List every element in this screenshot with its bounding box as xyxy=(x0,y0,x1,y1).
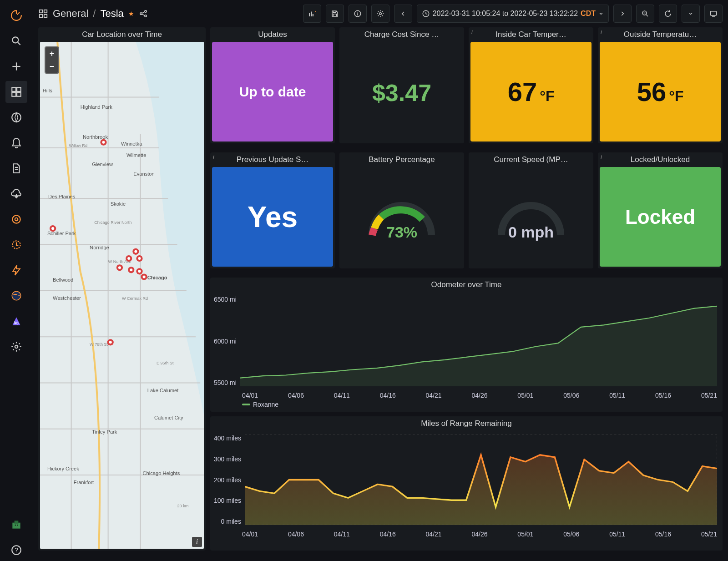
svg-rect-21 xyxy=(40,10,42,13)
svg-text:Frankfort: Frankfort xyxy=(74,480,94,485)
time-back-button[interactable] xyxy=(394,5,412,23)
refresh-button[interactable] xyxy=(659,5,677,23)
refresh-interval-button[interactable] xyxy=(682,5,700,23)
tv-mode-button[interactable] xyxy=(704,5,723,23)
breadcrumb-folder[interactable]: General xyxy=(53,8,88,20)
explore-icon[interactable] xyxy=(5,106,27,128)
chevron-down-icon xyxy=(598,11,604,16)
panel-speed[interactable]: Current Speed (MP… 0 mph xyxy=(469,152,593,268)
cloud-icon[interactable] xyxy=(5,183,27,205)
info-icon[interactable]: i xyxy=(213,154,214,161)
breadcrumb[interactable]: General / Tesla xyxy=(53,8,124,20)
svg-rect-4 xyxy=(12,87,16,91)
logo[interactable] xyxy=(5,5,27,26)
save-button[interactable] xyxy=(326,5,344,23)
panel-charge-cost[interactable]: Charge Cost Since … $3.47 xyxy=(339,27,464,143)
svg-text:Winnetka: Winnetka xyxy=(121,141,142,147)
dashboard-list-icon[interactable] xyxy=(38,9,48,19)
info-icon[interactable]: i xyxy=(601,29,602,35)
svg-text:Evanston: Evanston xyxy=(133,171,154,177)
create-icon[interactable] xyxy=(5,56,27,77)
svg-text:Northbrook: Northbrook xyxy=(83,134,108,140)
panel-outside-temp[interactable]: i Outside Temperatu… 56°F xyxy=(598,27,723,143)
panel-locked[interactable]: i Locked/Unlocked Locked xyxy=(598,152,723,268)
add-panel-button[interactable]: + xyxy=(303,5,321,23)
svg-text:Bellwood: Bellwood xyxy=(53,277,73,283)
svg-text:Hickory Creek: Hickory Creek xyxy=(47,466,79,471)
star-icon[interactable]: ★ xyxy=(128,10,134,17)
svg-rect-31 xyxy=(311,12,312,17)
k6-icon[interactable]: k6 xyxy=(5,310,27,332)
map-viewport[interactable]: + − xyxy=(40,42,204,549)
dashboards-icon[interactable] xyxy=(5,81,27,103)
svg-rect-7 xyxy=(17,92,21,96)
svg-rect-18 xyxy=(17,525,18,526)
map-zoom-in[interactable]: + xyxy=(46,47,58,60)
svg-point-37 xyxy=(379,13,381,15)
svg-text:Calumet City: Calumet City xyxy=(154,415,183,420)
bolt-icon[interactable] xyxy=(5,259,27,281)
svg-text:Chicago: Chicago xyxy=(147,275,167,280)
svg-point-14 xyxy=(15,345,18,349)
svg-point-97 xyxy=(130,268,132,271)
svg-rect-42 xyxy=(710,11,717,15)
y-axis: 6500 mi6000 mi5500 mi xyxy=(214,296,240,386)
svg-line-29 xyxy=(142,14,145,15)
map-attribution[interactable]: i xyxy=(192,537,202,547)
svg-line-28 xyxy=(142,12,145,13)
info-button[interactable] xyxy=(349,5,367,23)
dashboard-settings-button[interactable] xyxy=(371,5,389,23)
svg-point-8 xyxy=(12,113,21,122)
svg-text:Chicago River North: Chicago River North xyxy=(94,220,131,225)
apps-icon[interactable] xyxy=(5,208,27,230)
svg-rect-5 xyxy=(17,87,21,91)
svg-rect-32 xyxy=(312,14,313,16)
x-axis: 04/0104/0604/1104/1604/2104/2605/0105/06… xyxy=(210,390,723,399)
svg-point-93 xyxy=(138,257,141,260)
svg-rect-30 xyxy=(309,13,310,17)
documents-icon[interactable] xyxy=(5,157,27,179)
profile-icon[interactable] xyxy=(5,514,27,536)
panel-battery[interactable]: Battery Percentage 73% xyxy=(339,152,464,268)
globe-icon[interactable] xyxy=(5,285,27,307)
svg-rect-6 xyxy=(12,92,16,96)
svg-point-101 xyxy=(143,275,146,278)
panel-inside-temp[interactable]: i Inside Car Temper… 67°F xyxy=(469,27,593,143)
panel-range[interactable]: Miles of Range Remaining 400 miles300 mi… xyxy=(210,416,723,551)
info-icon[interactable]: i xyxy=(471,29,473,35)
help-icon[interactable]: ? xyxy=(5,539,27,561)
alerting-icon[interactable] xyxy=(5,132,27,154)
svg-text:Wilmette: Wilmette xyxy=(126,152,146,158)
settings-icon[interactable] xyxy=(5,336,27,358)
svg-text:W Cermak Rd: W Cermak Rd xyxy=(122,296,148,301)
panel-updates[interactable]: Updates Up to date xyxy=(210,27,335,143)
svg-point-91 xyxy=(127,257,130,260)
svg-text:Westchester: Westchester xyxy=(53,295,81,301)
svg-point-85 xyxy=(102,141,105,144)
side-nav: k6 ? xyxy=(0,0,33,561)
svg-point-99 xyxy=(138,270,141,273)
zoom-out-button[interactable] xyxy=(636,5,654,23)
info-icon[interactable]: i xyxy=(601,154,602,161)
time-range-picker[interactable]: 2022-03-31 10:05:24 to 2022-05-23 13:22:… xyxy=(417,5,609,23)
svg-text:Des Plaines: Des Plaines xyxy=(48,194,76,199)
svg-point-87 xyxy=(51,227,54,230)
svg-text:Glenview: Glenview xyxy=(92,162,113,167)
status-icon[interactable] xyxy=(5,234,27,256)
time-forward-button[interactable] xyxy=(613,5,632,23)
svg-rect-23 xyxy=(40,15,42,17)
share-icon[interactable] xyxy=(139,9,148,18)
top-bar: General / Tesla ★ + xyxy=(33,0,728,27)
panel-odometer[interactable]: Odometer over Time 6500 mi6000 mi5500 mi… xyxy=(210,278,723,412)
svg-text:+: + xyxy=(315,10,316,14)
panel-car-location[interactable]: Car Location over Time + − xyxy=(38,27,206,551)
svg-point-36 xyxy=(357,12,358,13)
svg-text:Tinley Park: Tinley Park xyxy=(92,429,117,435)
search-icon[interactable] xyxy=(5,30,27,52)
svg-line-40 xyxy=(646,15,648,16)
map-zoom-out[interactable]: − xyxy=(46,60,58,73)
dashboard-body: Car Location over Time + − xyxy=(33,27,728,561)
breadcrumb-title[interactable]: Tesla xyxy=(100,8,123,20)
svg-point-89 xyxy=(134,250,137,253)
panel-prev-update[interactable]: i Previous Update S… Yes xyxy=(210,152,335,268)
